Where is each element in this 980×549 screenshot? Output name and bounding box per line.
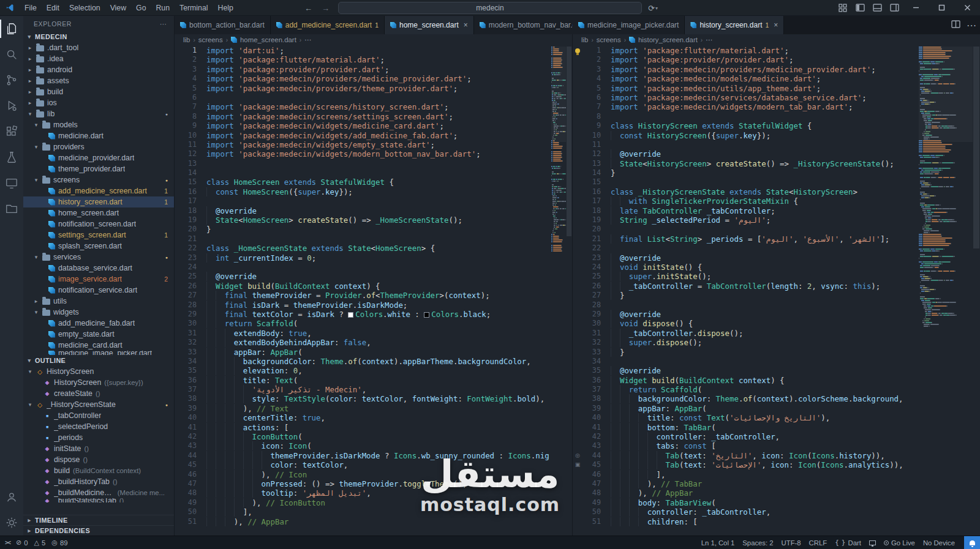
code-line-14[interactable]: 14}: [573, 168, 916, 177]
accounts-icon[interactable]: [0, 484, 23, 510]
code-line-4[interactable]: 4import 'package:medecin/models/medicine…: [573, 74, 916, 83]
code-line-46[interactable]: 46 ],: [573, 470, 916, 479]
code-line-26[interactable]: 26 _tabController = TabController(length…: [573, 282, 916, 291]
code-line-11[interactable]: 11import 'package:medecin/widgets/empty_…: [175, 140, 549, 149]
lightbulb-icon[interactable]: [575, 48, 580, 53]
code-line-22[interactable]: 22class _HomeScreenState extends State<H…: [175, 244, 549, 253]
close-icon[interactable]: ×: [774, 21, 778, 29]
tree-file-notification_screen.dart[interactable]: notification_screen.dart: [23, 218, 174, 230]
breadcrumb-item[interactable]: screens: [198, 36, 223, 43]
outline-item-HistoryScreen[interactable]: ◆HistoryScreen({super.key}): [23, 377, 174, 388]
code-line-17[interactable]: 17 with SingleTickerProviderStateMixin {: [573, 196, 916, 206]
source-control-icon[interactable]: [0, 67, 23, 93]
breadcrumb-file[interactable]: home_screen.dart: [240, 36, 296, 43]
code-line-33[interactable]: 33 appBar: AppBar(: [175, 348, 549, 357]
menu-edit[interactable]: Edit: [42, 0, 64, 16]
project-manager-icon[interactable]: [0, 196, 23, 222]
code-line-38[interactable]: 38 style: TextStyle(color: textColor, fo…: [175, 394, 549, 403]
code-line-35[interactable]: 35 @override: [573, 366, 916, 375]
outline-item-build[interactable]: ◆build(BuildContext context): [23, 465, 174, 476]
status-bell[interactable]: [964, 536, 980, 549]
workspace-root[interactable]: ▾ MEDECIN: [23, 31, 174, 42]
minimap-slider[interactable]: [919, 47, 973, 142]
menu-view[interactable]: View: [105, 0, 131, 16]
outline-item-_buildStatisticsTab[interactable]: ◆_buildStatisticsTab(): [23, 498, 174, 502]
tree-folder-screens[interactable]: ▾screens●: [23, 174, 174, 185]
status-89[interactable]: ◎89: [51, 536, 67, 549]
code-line-23[interactable]: 23 int _currentIndex = 0;: [175, 253, 549, 263]
tree-folder-ios[interactable]: ▸ios: [23, 97, 174, 108]
extensions-icon[interactable]: [0, 119, 23, 144]
minimize-button[interactable]: [903, 0, 929, 16]
status-dart[interactable]: { }Dart: [835, 536, 861, 549]
code-line-49[interactable]: 49 ), // IconButton: [175, 498, 549, 507]
run-debug-icon[interactable]: [0, 93, 23, 119]
toggle-sidebar-left-icon[interactable]: [851, 0, 869, 16]
tree-file-add_medicine_fab.dart[interactable]: add_medicine_fab.dart: [23, 318, 174, 329]
timeline-section-header[interactable]: ▸ TIMELINE: [23, 515, 174, 525]
code-line-28[interactable]: 28 final isDark = themeProvider.isDarkMo…: [175, 301, 549, 310]
code-line-5[interactable]: 5import 'package:medecin/providers/theme…: [175, 84, 549, 93]
tree-folder-lib[interactable]: ▾lib●: [23, 108, 174, 119]
code-line-36[interactable]: 36 title: Text(: [175, 376, 549, 385]
code-line-24[interactable]: 24: [175, 263, 549, 272]
code-line-29[interactable]: 29 final textColor = isDark ? Colors.whi…: [175, 310, 549, 319]
code-line-7[interactable]: 7import 'package:medecin/screens/history…: [175, 102, 549, 111]
editor-actions-more-icon[interactable]: ⋯: [967, 20, 976, 31]
code-line-7[interactable]: 7import 'package:medecin/widgets/modern_…: [573, 102, 916, 111]
scrollbar[interactable]: [566, 45, 572, 536]
tree-file-theme_provider.dart[interactable]: theme_provider.dart: [23, 163, 174, 174]
code-line-6[interactable]: 6import 'package:medecin/services/databa…: [573, 93, 916, 102]
grid-layout-icon[interactable]: [834, 0, 851, 16]
code-line-22[interactable]: 22: [573, 244, 916, 253]
close-button[interactable]: [954, 0, 980, 16]
code-editor-home-screen[interactable]: 1import 'dart:ui';2import 'package:flutt…: [175, 45, 572, 536]
split-editor-icon[interactable]: [951, 20, 960, 31]
code-line-40[interactable]: 40 title: const Text('التاريخ والإحصائيا…: [573, 413, 916, 422]
outline-item-_buildMedicineHistoryCard[interactable]: ◆_buildMedicineHistoryCard(Medicine me..…: [23, 487, 174, 498]
code-line-46[interactable]: 46 ), // Icon: [175, 470, 549, 479]
status-utf-8[interactable]: UTF-8: [782, 536, 801, 549]
minimap[interactable]: [919, 47, 973, 536]
explorer-more-icon[interactable]: ⋯: [160, 20, 167, 28]
code-line-48[interactable]: 48 tooltip: 'تبديل المظهر',: [175, 488, 549, 498]
tree-folder-services[interactable]: ▾services●: [23, 252, 174, 263]
status-screen[interactable]: [869, 536, 876, 549]
code-line-3[interactable]: 3import 'package:medecin/providers/medic…: [573, 65, 916, 74]
code-line-45[interactable]: ▣45 Tab(text: 'الإحصائيات', icon: Icon(I…: [573, 460, 916, 469]
code-line-8[interactable]: 8import 'package:medecin/screens/setting…: [175, 112, 549, 121]
code-line-51[interactable]: 51 children: [: [573, 517, 916, 526]
outline-item-_periods[interactable]: ■_periods: [23, 432, 174, 443]
tree-folder-models[interactable]: ▾models: [23, 119, 174, 130]
sync-icon[interactable]: ⟳▾: [648, 0, 658, 16]
back-icon[interactable]: ←: [304, 4, 312, 13]
code-line-31[interactable]: 31 _tabController.dispose();: [573, 329, 916, 338]
outline-item-HistoryScreen[interactable]: ▾◇HistoryScreen: [23, 366, 174, 377]
code-line-25[interactable]: 25 super.initState();: [573, 272, 916, 281]
status-5[interactable]: △5: [34, 536, 46, 549]
settings-gear-icon[interactable]: [0, 510, 23, 536]
code-line-35[interactable]: 35 elevation: 0,: [175, 366, 549, 375]
testing-icon[interactable]: [0, 144, 23, 170]
code-line-13[interactable]: 13 State<HistoryScreen> createState() =>…: [573, 159, 916, 168]
code-line-10[interactable]: 10 const HistoryScreen({super.key});: [573, 131, 916, 140]
code-line-42[interactable]: 42 controller: _tabController,: [573, 432, 916, 441]
outline-item-dispose[interactable]: ◆dispose(): [23, 454, 174, 465]
code-line-50[interactable]: 50 ],: [175, 507, 549, 517]
code-line-37[interactable]: 37 return Scaffold(: [573, 385, 916, 394]
code-line-44[interactable]: 44 themeProvider.isDarkMode ? Icons.wb_s…: [175, 451, 549, 460]
code-line-32[interactable]: 32 super.dispose();: [573, 338, 916, 347]
code-line-25[interactable]: 25 @override: [175, 272, 549, 281]
code-line-24[interactable]: 24 void initState() {: [573, 263, 916, 272]
tree-file-add_medicine_screen.dart[interactable]: add_medicine_screen.dart1: [23, 185, 174, 196]
code-line-41[interactable]: 41 actions: [: [175, 423, 549, 432]
code-line-43[interactable]: 43 tabs: const [: [573, 441, 916, 450]
code-line-9[interactable]: 9import 'package:medecin/widgets/medicin…: [175, 121, 549, 130]
code-line-42[interactable]: 42 IconButton(: [175, 432, 549, 441]
menu-go[interactable]: Go: [131, 0, 151, 16]
outline-item-_tabController[interactable]: ■_tabController: [23, 410, 174, 421]
code-line-44[interactable]: ◎44 Tab(text: 'التاريخ', icon: Icon(Icon…: [573, 451, 916, 460]
code-line-19[interactable]: 19 State<HomeScreen> createState() => _H…: [175, 215, 549, 225]
code-line-1[interactable]: 1import 'dart:ui';: [175, 46, 549, 55]
explorer-icon[interactable]: [0, 16, 23, 42]
